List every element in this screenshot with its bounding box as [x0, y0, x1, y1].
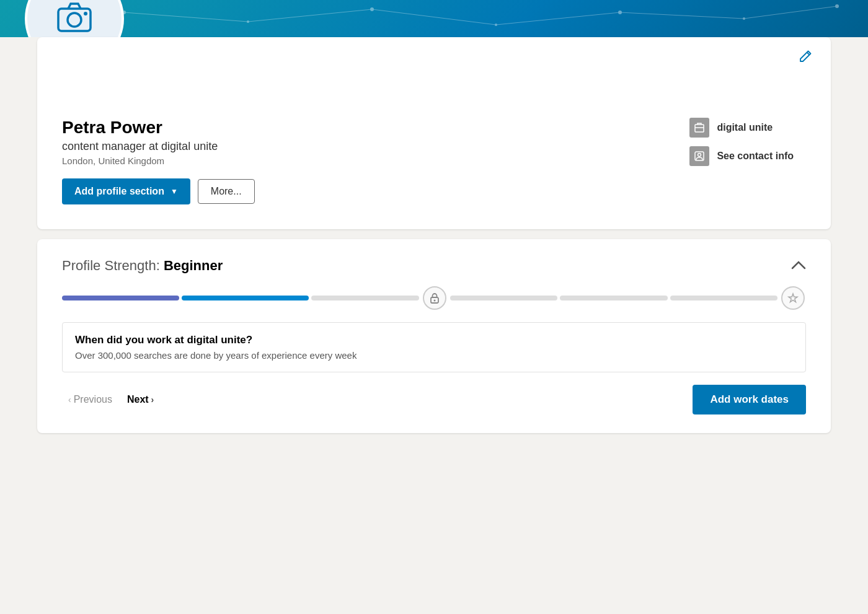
profile-side-info: digital unite See contact info [689, 118, 794, 166]
add-profile-section-button[interactable]: Add profile section ▼ [62, 178, 190, 204]
strength-navigation: ‹ Previous Next › Add work dates [62, 385, 806, 414]
banner-network-graphic [0, 0, 868, 37]
next-label: Next [127, 394, 149, 405]
strength-card: Profile Strength: Beginner [37, 239, 831, 433]
svg-line-12 [744, 6, 837, 19]
strength-title: Profile Strength: Beginner [62, 258, 223, 274]
svg-line-7 [124, 12, 248, 22]
profile-card: Petra Power content manager at digital u… [37, 37, 831, 229]
company-icon [689, 118, 709, 138]
chevron-left-icon: ‹ [68, 395, 71, 405]
svg-point-14 [68, 13, 81, 27]
svg-line-10 [496, 12, 620, 25]
svg-point-19 [698, 154, 701, 157]
company-name[interactable]: digital unite [717, 122, 773, 133]
prompt-subtext: Over 300,000 searches are done by years … [75, 350, 793, 361]
contact-info-item: See contact info [689, 146, 794, 166]
svg-point-21 [433, 300, 435, 302]
avatar-area[interactable]: + [25, 0, 124, 37]
svg-point-15 [84, 12, 87, 15]
nav-left: ‹ Previous Next › [62, 389, 160, 410]
add-section-label: Add profile section [74, 186, 164, 197]
more-button[interactable]: More... [198, 179, 255, 204]
progress-segment-5 [560, 296, 667, 300]
star-icon [781, 286, 805, 310]
progress-segment-3 [311, 296, 418, 300]
collapse-icon[interactable] [791, 260, 806, 273]
contact-info-link[interactable]: See contact info [717, 151, 794, 162]
svg-line-9 [372, 9, 496, 25]
next-button[interactable]: Next › [121, 389, 160, 410]
camera-icon [56, 0, 93, 37]
strength-level: Beginner [164, 258, 223, 273]
edit-pencil-icon[interactable] [799, 50, 812, 67]
chevron-down-icon: ▼ [170, 187, 178, 196]
strength-header: Profile Strength: Beginner [62, 258, 806, 274]
svg-line-8 [248, 9, 372, 22]
company-info-item: digital unite [689, 118, 794, 138]
previous-button[interactable]: ‹ Previous [62, 389, 118, 410]
contact-icon [689, 146, 709, 166]
profile-actions: Add profile section ▼ More... [62, 178, 806, 204]
progress-segment-1 [62, 296, 179, 300]
profile-banner: + [0, 0, 868, 37]
prompt-box: When did you work at digital unite? Over… [62, 322, 806, 372]
prompt-question: When did you work at digital unite? [75, 334, 793, 346]
avatar-circle: + [25, 0, 124, 37]
progress-segment-6 [670, 296, 777, 300]
svg-rect-16 [695, 125, 704, 132]
strength-prefix: Profile Strength: [62, 258, 164, 273]
svg-line-11 [620, 12, 744, 19]
previous-label: Previous [74, 394, 112, 405]
progress-bar [62, 286, 806, 310]
add-work-dates-button[interactable]: Add work dates [693, 385, 806, 414]
chevron-right-icon: › [151, 395, 154, 405]
lock-icon [423, 286, 446, 310]
progress-segment-2 [182, 296, 309, 300]
progress-segment-4 [450, 296, 557, 300]
